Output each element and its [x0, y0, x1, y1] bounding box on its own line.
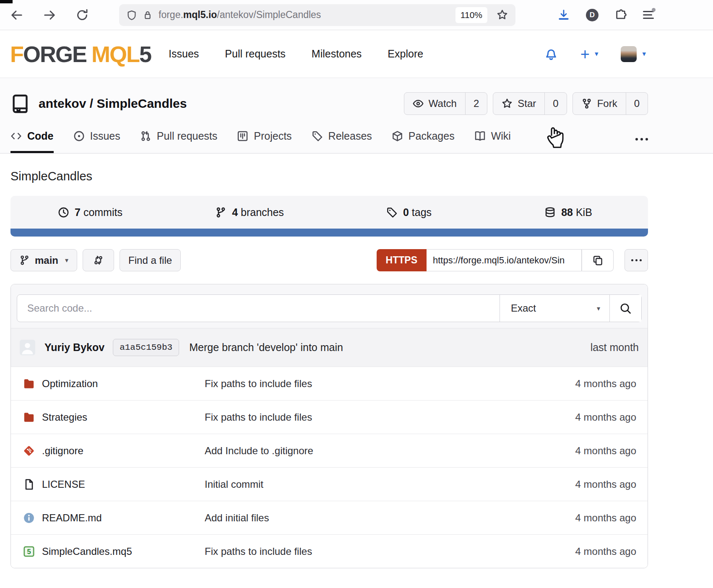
file-name[interactable]: Strategies	[42, 411, 87, 423]
star-button[interactable]: Star 0	[493, 92, 567, 115]
star-icon	[502, 98, 513, 109]
file-commit-message[interactable]: Add initial files	[205, 512, 575, 524]
table-row[interactable]: Strategies Fix paths to include files 4 …	[11, 400, 648, 434]
nav-pull-requests[interactable]: Pull requests	[225, 48, 286, 60]
clone-url-input[interactable]	[427, 249, 582, 271]
avatar[interactable]	[621, 46, 637, 62]
chevron-down-icon: ▾	[65, 256, 68, 264]
file-commit-message[interactable]: Fix paths to include files	[205, 411, 575, 423]
create-new-button[interactable]: +▾	[580, 46, 599, 62]
file-commit-message[interactable]: Fix paths to include files	[205, 378, 575, 390]
folder-icon	[23, 411, 35, 423]
tab-pull-requests[interactable]: Pull requests	[140, 130, 218, 153]
tag-icon	[312, 130, 323, 142]
stat-tags[interactable]: 0 tags	[329, 196, 489, 229]
star-count[interactable]: 0	[544, 93, 566, 114]
tab-projects[interactable]: Projects	[237, 130, 291, 153]
window-corner-artifact	[0, 0, 13, 3]
search-button[interactable]	[609, 295, 641, 322]
tab-packages[interactable]: Packages	[392, 130, 455, 153]
zoom-level-badge[interactable]: 110%	[455, 7, 487, 23]
search-mode-select[interactable]: Exact▾	[500, 295, 609, 322]
site-logo[interactable]: FORGEMQL5	[10, 41, 151, 67]
notifications-bell-icon[interactable]	[544, 47, 558, 61]
mql5-file-icon: 5	[23, 546, 35, 557]
file-name[interactable]: .gitignore	[42, 445, 83, 457]
table-row[interactable]: .gitignore Add Include to .gitignore 4 m…	[11, 434, 648, 467]
file-name[interactable]: README.md	[42, 512, 102, 524]
code-icon	[10, 130, 22, 142]
stat-size[interactable]: 88 KiB	[489, 196, 648, 229]
database-icon	[544, 207, 556, 218]
fork-count[interactable]: 0	[626, 93, 648, 114]
file-commit-date: 4 months ago	[575, 512, 648, 524]
repo-stats-bar: 7 commits 4 branches 0 tags 88 KiB	[10, 196, 648, 229]
downloads-icon[interactable]	[557, 9, 570, 21]
tab-code[interactable]: Code	[10, 130, 54, 153]
commit-message[interactable]: Merge branch 'develop' into main	[189, 341, 343, 354]
compare-button[interactable]	[83, 249, 114, 271]
address-bar[interactable]: forge.mql5.io/antekov/SimpleCandles 110%	[119, 4, 515, 26]
file-name[interactable]: Optimization	[42, 378, 98, 390]
watch-button[interactable]: Watch 2	[404, 92, 487, 115]
star-label: Star	[518, 98, 536, 109]
copy-icon	[592, 255, 604, 266]
file-commit-date: 4 months ago	[575, 546, 648, 557]
table-row[interactable]: 5SimpleCandles.mq5 Fix paths to include …	[11, 534, 648, 568]
git-icon	[23, 445, 35, 457]
file-icon	[23, 479, 35, 490]
repo-title-row: antekov / SimpleCandles Watch 2 Star 0 F…	[10, 78, 648, 117]
chevron-down-icon: ▾	[595, 49, 599, 58]
table-row[interactable]: README.md Add initial files 4 months ago	[11, 501, 648, 534]
user-menu[interactable]: ▾	[621, 46, 646, 62]
bookmark-star-icon[interactable]	[497, 9, 508, 21]
copy-url-button[interactable]	[582, 249, 614, 271]
pull-request-icon	[140, 130, 151, 142]
tab-wiki[interactable]: Wiki	[474, 130, 511, 153]
table-row[interactable]: LICENSE Initial commit 4 months ago	[11, 467, 648, 501]
file-commit-message[interactable]: Add Include to .gitignore	[205, 445, 575, 457]
stat-commits[interactable]: 7 commits	[10, 196, 170, 229]
shield-icon[interactable]	[127, 10, 137, 20]
repo-title[interactable]: antekov / SimpleCandles	[39, 96, 187, 111]
tab-issues[interactable]: Issues	[73, 130, 120, 153]
fork-button[interactable]: Fork 0	[572, 92, 648, 115]
more-tabs-button[interactable]	[635, 138, 648, 153]
forward-icon[interactable]	[43, 8, 56, 22]
repo-actions: Watch 2 Star 0 Fork 0	[404, 92, 648, 115]
https-protocol-button[interactable]: HTTPS	[377, 249, 427, 271]
repo-header: antekov / SimpleCandles Watch 2 Star 0 F…	[0, 78, 713, 154]
branch-selector[interactable]: main ▾	[10, 249, 77, 271]
search-icon	[619, 302, 632, 315]
url-text[interactable]: forge.mql5.io/antekov/SimpleCandles	[159, 9, 450, 21]
code-search-row: Exact▾	[11, 284, 648, 328]
search-input[interactable]	[17, 295, 500, 322]
nav-milestones[interactable]: Milestones	[312, 48, 362, 60]
table-row[interactable]: Optimization Fix paths to include files …	[11, 367, 648, 400]
file-name[interactable]: LICENSE	[42, 479, 85, 490]
nav-issues[interactable]: Issues	[169, 48, 199, 60]
commit-author[interactable]: Yuriy Bykov	[44, 341, 104, 354]
tag-icon	[386, 207, 398, 218]
find-file-button[interactable]: Find a file	[120, 249, 181, 271]
plus-icon: +	[580, 46, 590, 62]
tab-releases[interactable]: Releases	[312, 130, 372, 153]
more-actions-button[interactable]	[625, 249, 648, 271]
language-bar[interactable]	[10, 229, 648, 237]
file-browser-card: Exact▾ Yuriy Bykov a1a5c159b3 Merge bran…	[10, 284, 648, 568]
reload-icon[interactable]	[75, 8, 89, 22]
browser-menu-icon[interactable]	[643, 9, 654, 21]
commit-author-avatar[interactable]	[20, 340, 35, 355]
info-icon	[23, 512, 35, 524]
stat-branches[interactable]: 4 branches	[170, 196, 329, 229]
file-commit-message[interactable]: Fix paths to include files	[205, 546, 575, 557]
watch-count[interactable]: 2	[465, 93, 487, 114]
file-commit-message[interactable]: Initial commit	[205, 479, 575, 490]
nav-explore[interactable]: Explore	[388, 48, 423, 60]
svg-text:5: 5	[27, 548, 31, 556]
extensions-puzzle-icon[interactable]	[614, 9, 627, 21]
back-icon[interactable]	[10, 8, 23, 22]
profile-badge-icon[interactable]: D	[586, 9, 599, 21]
file-name[interactable]: SimpleCandles.mq5	[42, 546, 132, 557]
commit-hash-badge[interactable]: a1a5c159b3	[113, 339, 179, 356]
